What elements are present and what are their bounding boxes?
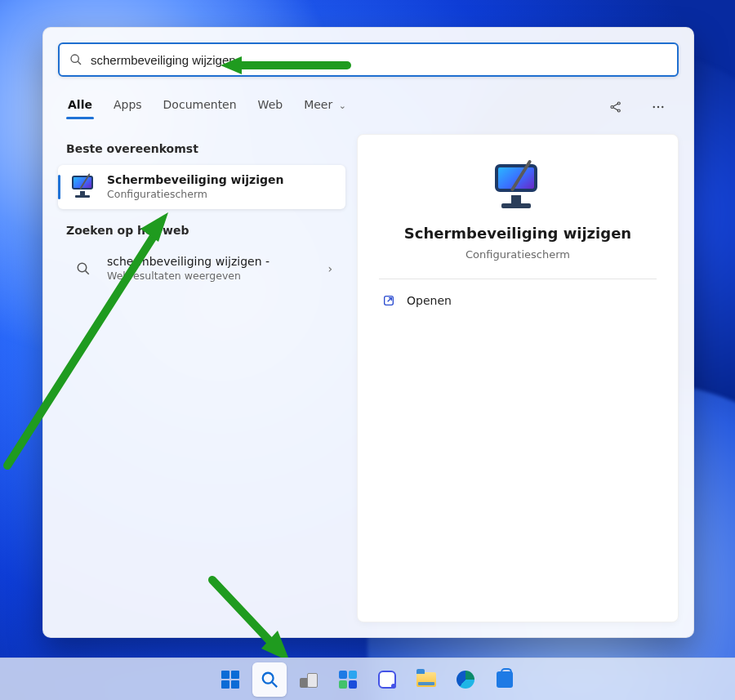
more-options-button[interactable] [646,95,670,119]
chat-icon [378,671,396,689]
chevron-right-icon: › [326,262,334,275]
svg-line-11 [86,271,89,274]
taskbar-widgets[interactable] [331,662,365,697]
svg-point-19 [263,672,274,683]
open-external-icon [382,294,395,307]
result-title: schermbeveiliging wijzigen - [107,255,316,270]
svg-point-9 [662,106,663,108]
svg-point-7 [653,106,655,108]
search-bar[interactable] [58,42,679,77]
tab-all[interactable]: Alle [66,95,94,119]
search-icon [69,255,97,283]
search-options-button[interactable] [604,95,628,119]
tab-web[interactable]: Web [256,95,285,119]
tab-more-label: Meer [304,98,332,111]
result-texts: Schermbeveiliging wijzigen Configuraties… [107,173,334,200]
svg-line-6 [613,108,617,110]
screensaver-icon [69,173,97,201]
windows-start-icon [221,671,239,689]
section-best-match: Beste overeenkomst [58,134,345,165]
taskbar-store[interactable] [488,662,522,697]
taskbar-file-explorer[interactable] [409,662,443,697]
svg-point-0 [71,55,78,62]
result-title: Schermbeveiliging wijzigen [107,173,334,188]
search-bar-container [43,28,693,82]
taskbar-start[interactable] [213,662,247,697]
chevron-down-icon: ⌄ [339,100,346,111]
tab-apps[interactable]: Apps [112,95,144,119]
result-texts: schermbeveiliging wijzigen - Webresultat… [107,255,316,282]
screensaver-icon [492,164,544,210]
search-icon [259,669,280,690]
open-label: Openen [407,294,452,307]
ellipsis-icon [651,100,666,114]
taskbar-chat[interactable] [370,662,404,697]
search-input[interactable] [91,53,667,67]
svg-point-2 [611,106,613,109]
file-explorer-icon [416,672,436,687]
result-subtitle: Configuratiescherm [107,188,334,201]
search-icon [69,53,82,66]
share-graph-icon [608,100,623,114]
preview-pane: Schermbeveiliging wijzigen Configuraties… [357,134,679,622]
preview-title: Schermbeveiliging wijzigen [404,225,631,242]
svg-point-8 [657,106,659,108]
svg-line-5 [613,104,617,106]
svg-line-20 [272,682,277,687]
search-filter-tabs: Alle Apps Documenten Web Meer ⌄ [43,82,693,123]
taskbar [0,658,735,700]
tab-documents[interactable]: Documenten [162,95,238,119]
microsoft-store-icon [497,671,513,688]
widgets-icon [339,671,357,689]
divider [379,279,657,279]
preview-subtitle: Configuratiescherm [466,248,570,261]
tab-more[interactable]: Meer ⌄ [302,95,348,119]
preview-top: Schermbeveiliging wijzigen Configuraties… [379,156,657,261]
taskbar-edge[interactable] [448,662,483,697]
best-match-result[interactable]: Schermbeveiliging wijzigen Configuraties… [58,165,345,209]
edge-icon [457,671,474,689]
svg-point-10 [78,263,87,272]
search-body: Beste overeenkomst Schermbeveiliging wij… [43,123,693,637]
taskbar-search[interactable] [252,662,287,697]
task-view-icon [300,671,318,688]
open-action[interactable]: Openen [379,286,657,315]
section-search-web: Zoeken op het web [58,216,345,247]
svg-point-3 [617,102,620,105]
svg-point-4 [617,109,620,112]
result-subtitle: Webresultaten weergeven [107,270,316,283]
taskbar-task-view[interactable] [292,662,326,697]
search-panel: Alle Apps Documenten Web Meer ⌄ Beste ov… [42,27,694,638]
svg-line-1 [78,61,81,65]
results-column: Beste overeenkomst Schermbeveiliging wij… [58,134,345,622]
web-result[interactable]: schermbeveiliging wijzigen - Webresultat… [58,247,345,291]
